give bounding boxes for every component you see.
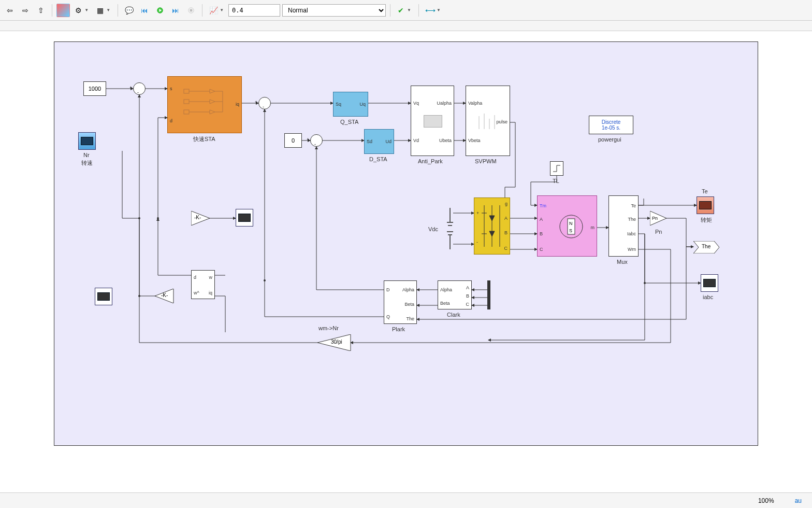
gain-k2-block[interactable]: -K- xyxy=(155,289,176,304)
svg-marker-13 xyxy=(210,100,215,104)
observer-scope-2[interactable] xyxy=(95,288,112,305)
q-sta-block[interactable]: Sq Uq xyxy=(333,92,368,117)
config-button[interactable]: ⚙ ▼ xyxy=(72,4,92,17)
powergui-label: powergui xyxy=(598,136,621,143)
sim-mode-select[interactable]: Normal xyxy=(282,4,386,17)
te-label: Te xyxy=(702,188,708,194)
secondary-bar xyxy=(0,21,812,31)
observer-scope-1[interactable] xyxy=(236,209,253,227)
svg-point-7 xyxy=(264,279,266,281)
d-sta-label: D_STA xyxy=(369,156,387,162)
sum-speed[interactable]: + - xyxy=(133,82,146,95)
iabc-scope[interactable] xyxy=(701,274,718,292)
check-model-button[interactable]: ✔ ▼ xyxy=(395,4,414,17)
the-goto-block[interactable]: The xyxy=(693,241,719,255)
stop-time-input[interactable] xyxy=(228,4,280,17)
step-forward-button[interactable]: ⏭ xyxy=(169,4,182,17)
status-bar: 100% au xyxy=(0,492,812,508)
tl-label: TL xyxy=(553,178,559,184)
model-canvas-viewport[interactable]: 1000 + - s d iq 快速STA + - 0 xyxy=(0,31,812,492)
svpwm-block[interactable]: Valpha Vbeta pulse xyxy=(466,86,510,156)
step-back-button[interactable]: ⏮ xyxy=(138,4,151,17)
svg-rect-9 xyxy=(184,89,189,93)
mux-label: Mux xyxy=(617,259,628,265)
te-scope[interactable] xyxy=(697,196,714,214)
q-sta-label: Q_STA xyxy=(340,119,358,125)
anti-park-label: Anti_Park xyxy=(418,158,443,164)
plark-block[interactable]: Alpha Beta The D Q xyxy=(384,280,417,324)
mux-block[interactable]: Te The Iabc Wm xyxy=(608,195,639,257)
svg-marker-22 xyxy=(489,231,495,236)
pmsm-block[interactable]: Tm A B C m NS xyxy=(537,195,597,257)
inverter-block[interactable]: g A B C + - xyxy=(474,197,510,255)
library-browser-button[interactable] xyxy=(56,4,70,17)
gain-30pi-block[interactable]: 30/pi xyxy=(317,334,352,352)
constant-0-value: 0 xyxy=(292,137,295,144)
nr-scope[interactable] xyxy=(78,132,96,150)
d-sta-block[interactable]: Sd Ud xyxy=(364,129,394,154)
constant-0[interactable]: 0 xyxy=(284,133,302,148)
nr-label: Nr xyxy=(83,152,90,158)
plark-label: Plark xyxy=(392,326,405,332)
svg-rect-3 xyxy=(190,9,193,11)
svg-point-4 xyxy=(138,295,140,297)
pn-label: Pn xyxy=(655,229,662,235)
svg-point-8 xyxy=(644,282,646,284)
svg-text:N: N xyxy=(569,221,573,226)
fast-sta-block[interactable]: s d iq xyxy=(167,76,242,133)
svg-point-5 xyxy=(138,217,140,219)
clark-block[interactable]: Alpha Beta A B C xyxy=(438,280,472,309)
iabc-label: iabc xyxy=(703,294,713,300)
signal-log-button[interactable]: 📈 ▼ xyxy=(207,4,226,17)
pn-gain-block[interactable]: Pn xyxy=(650,211,669,227)
svg-text:S: S xyxy=(569,228,572,233)
back-button[interactable]: ⇦ xyxy=(3,4,17,17)
annotate-button[interactable]: 💬 xyxy=(122,4,136,17)
powergui-block[interactable]: Discrete 1e-05 s. xyxy=(589,116,633,134)
up-button[interactable]: ⇧ xyxy=(34,4,48,17)
svg-text:Pn: Pn xyxy=(652,216,658,221)
constant-1000[interactable]: 1000 xyxy=(83,81,106,96)
vdc-label: Vdc xyxy=(428,226,438,232)
te-sublabel: 转矩 xyxy=(701,216,712,224)
model-canvas[interactable]: 1000 + - s d iq 快速STA + - 0 xyxy=(54,41,758,446)
sum-id[interactable]: + - xyxy=(310,134,323,147)
svg-rect-11 xyxy=(184,110,189,114)
wm-nr-label: wm->Nr xyxy=(318,325,339,331)
tl-step-block[interactable] xyxy=(550,161,563,176)
wiring-overlay xyxy=(54,42,758,445)
zoom-label: 100% xyxy=(758,497,774,504)
bus-selector[interactable] xyxy=(487,280,490,309)
observer-block[interactable]: d w^ w iq xyxy=(191,270,215,299)
clark-label: Clark xyxy=(447,312,460,318)
svg-marker-14 xyxy=(210,110,215,114)
dc-source-block[interactable] xyxy=(447,208,453,249)
fast-sta-label: 快速STA xyxy=(193,135,215,143)
constant-value: 1000 xyxy=(89,86,101,92)
svg-marker-12 xyxy=(210,89,215,93)
gain-k1-block[interactable]: -K- xyxy=(191,211,212,227)
forward-button[interactable]: ⇨ xyxy=(19,4,32,17)
model-explorer-button[interactable]: ▦ ▼ xyxy=(94,4,113,17)
anti-park-block[interactable]: Vq Vd Ualpha Ubeta xyxy=(411,86,454,156)
svg-point-6 xyxy=(157,217,159,219)
tune-button[interactable]: ⟷▼ xyxy=(423,4,443,17)
svpwm-label: SVPWM xyxy=(475,158,497,164)
solver-label: au xyxy=(795,497,802,504)
run-button[interactable] xyxy=(153,4,167,17)
svg-rect-10 xyxy=(184,100,189,104)
sum-iq[interactable]: + - xyxy=(258,97,271,109)
stop-button[interactable] xyxy=(184,4,198,17)
svg-marker-21 xyxy=(489,216,495,221)
main-toolbar[interactable]: ⇦ ⇨ ⇧ ⚙ ▼ ▦ ▼ 💬 ⏮ ⏭ 📈 ▼ Normal ✔ ▼ ⟷▼ xyxy=(0,0,812,21)
nr-sublabel: 转速 xyxy=(81,159,93,167)
